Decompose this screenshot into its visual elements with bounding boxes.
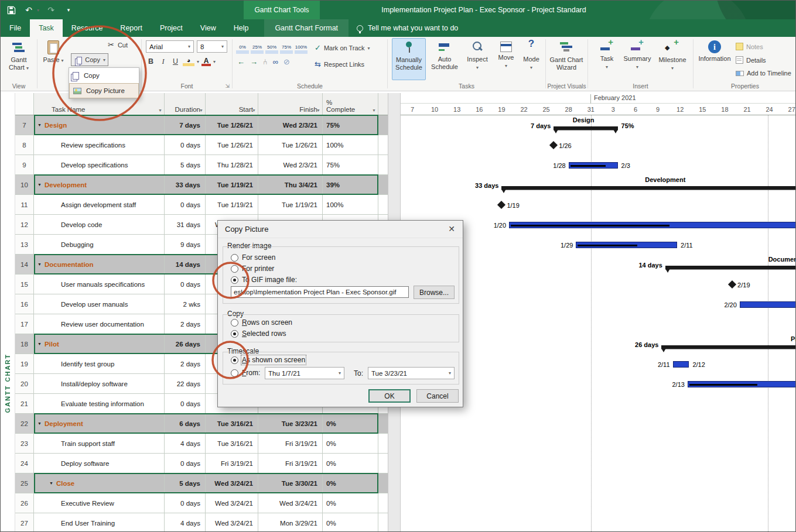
row-number-cell[interactable]: 21 — [15, 394, 34, 413]
task-name-cell[interactable]: Debugging — [34, 235, 165, 254]
empty-cell[interactable] — [378, 493, 388, 513]
empty-cell[interactable] — [378, 414, 388, 433]
empty-cell[interactable] — [378, 115, 388, 135]
radio-icon[interactable] — [231, 369, 238, 377]
finish-cell[interactable]: Wed 3/24/21 — [258, 493, 323, 513]
task-name-cell[interactable]: Evaluate testing information — [34, 394, 165, 413]
percent-complete-cell[interactable]: 39% — [323, 175, 378, 194]
empty-cell[interactable] — [378, 473, 388, 493]
task-name-cell[interactable]: Executive Review — [34, 493, 165, 513]
duration-cell[interactable]: 5 days — [165, 155, 206, 174]
collapse-triangle-icon[interactable]: ▼ — [37, 342, 42, 346]
row-number-cell[interactable]: 27 — [15, 513, 34, 532]
duration-cell[interactable]: 0 days — [165, 274, 206, 294]
percent-complete-cell[interactable]: 100% — [323, 195, 378, 214]
table-row[interactable]: 24Deploy software0 daysFri 3/19/21Fri 3/… — [15, 454, 388, 473]
radio-icon-selected[interactable] — [231, 356, 238, 364]
split-task-icon[interactable]: ⑃ — [263, 58, 268, 66]
tab-resource[interactable]: Resource — [63, 19, 112, 37]
undo-dropdown-icon[interactable]: ▾ — [37, 8, 39, 13]
customize-qat-icon[interactable]: ▾ — [63, 4, 74, 16]
radio-icon[interactable] — [231, 254, 238, 262]
radio-icon-selected[interactable] — [231, 276, 238, 284]
task-name-cell[interactable]: ▼Pilot — [34, 334, 165, 353]
table-row[interactable]: 25▼Close5 daysWed 3/24/21Tue 3/30/210% — [15, 473, 388, 493]
table-row[interactable]: 10▼Development33 daysTue 1/19/21Thu 3/4/… — [15, 175, 388, 195]
radio-as-shown-on-screen[interactable]: As shown on screen — [231, 356, 305, 364]
duration-cell[interactable]: 0 days — [165, 394, 206, 413]
insert-task-button[interactable]: Task▾ — [595, 39, 619, 71]
collapse-triangle-icon[interactable]: ▼ — [49, 481, 53, 485]
finish-cell[interactable]: Tue 3/23/21 — [258, 414, 323, 433]
row-number-cell[interactable]: 23 — [15, 434, 34, 453]
cut-button[interactable]: ✂ Cut — [108, 40, 128, 49]
duration-cell[interactable]: 0 days — [165, 493, 206, 513]
row-number-cell[interactable]: 13 — [15, 235, 34, 254]
percent-complete-button[interactable]: 75% — [280, 44, 293, 54]
table-row[interactable]: 11Assign development staff0 daysTue 1/19… — [15, 195, 388, 215]
font-size-combo[interactable]: 8▾ — [197, 40, 227, 53]
header-start[interactable]: Start▼ — [206, 93, 258, 115]
duration-cell[interactable]: 4 days — [165, 513, 206, 532]
start-cell[interactable]: Wed 3/24/21 — [206, 493, 258, 513]
font-color-dropdown-icon[interactable]: ▾ — [213, 59, 216, 64]
table-row[interactable]: 27End User Training4 daysWed 3/24/21Mon … — [15, 513, 388, 532]
font-dialog-launcher-icon[interactable]: ⇲ — [225, 83, 230, 89]
task-name-cell[interactable]: Develop code — [34, 215, 165, 234]
row-number-cell[interactable]: 10 — [15, 175, 34, 194]
gantt-task-bar[interactable] — [576, 242, 677, 248]
filter-dropdown-icon[interactable]: ▼ — [158, 108, 162, 112]
finish-cell[interactable]: Fri 3/19/21 — [258, 434, 323, 453]
background-color-dropdown-icon[interactable]: ▾ — [197, 59, 199, 64]
empty-cell[interactable] — [378, 135, 388, 155]
timescale-header[interactable]: February 2021 71013161922252831369121518… — [401, 93, 796, 115]
tab-report[interactable]: Report — [111, 19, 151, 37]
collapse-triangle-icon[interactable]: ▼ — [37, 183, 42, 187]
task-name-cell[interactable]: End User Training — [34, 513, 165, 532]
gantt-task-bar[interactable] — [673, 361, 689, 368]
gantt-summary-bar[interactable] — [665, 266, 796, 269]
notes-button[interactable]: Notes — [736, 43, 763, 50]
information-button[interactable]: i Information — [698, 39, 731, 63]
start-cell[interactable]: Wed 3/24/21 — [206, 513, 258, 532]
gantt-summary-bar[interactable] — [501, 186, 796, 190]
redo-icon[interactable]: ↷ — [45, 4, 57, 16]
row-number-cell[interactable]: 26 — [15, 493, 34, 513]
start-cell[interactable]: Tue 3/16/21 — [206, 414, 258, 433]
empty-cell[interactable] — [378, 155, 388, 174]
percent-complete-button[interactable]: 100% — [295, 44, 308, 54]
font-family-combo[interactable]: Arial▾ — [146, 40, 194, 53]
duration-cell[interactable]: 0 days — [165, 135, 206, 155]
collapse-triangle-icon[interactable]: ▼ — [37, 123, 42, 127]
percent-complete-cell[interactable]: 75% — [323, 115, 378, 135]
italic-button[interactable]: I — [158, 57, 168, 66]
row-number-cell[interactable]: 16 — [15, 294, 34, 314]
row-number-cell[interactable]: 12 — [15, 215, 34, 234]
task-name-cell[interactable]: ▼Close — [34, 473, 165, 493]
start-cell[interactable]: Fri 3/19/21 — [206, 454, 258, 473]
empty-cell[interactable] — [378, 513, 388, 532]
radio-icon[interactable] — [231, 265, 238, 273]
task-name-cell[interactable]: ▼Design — [34, 115, 165, 135]
start-cell[interactable]: Tue 1/26/21 — [206, 135, 258, 155]
corner-header-cell[interactable] — [15, 93, 34, 115]
radio-to-gif-image-file[interactable]: To GIF image file: — [231, 276, 297, 284]
milestone-diamond[interactable] — [549, 141, 558, 149]
gantt-chart-wizard-button[interactable]: Gantt ChartWizard — [549, 39, 584, 71]
row-number-cell[interactable]: 18 — [15, 334, 34, 353]
radio-for-screen[interactable]: For screen — [231, 253, 275, 262]
link-tasks-icon[interactable]: ∞ — [273, 58, 278, 66]
browse-button[interactable]: Browse... — [414, 286, 455, 299]
row-number-cell[interactable]: 14 — [15, 255, 34, 274]
gantt-task-bar[interactable] — [509, 222, 796, 228]
row-number-cell[interactable]: 11 — [15, 195, 34, 214]
finish-cell[interactable]: Thu 3/4/21 — [258, 175, 323, 194]
save-icon[interactable] — [5, 4, 17, 16]
copy-button[interactable]: Copy ▾ — [71, 53, 108, 66]
milestone-diamond[interactable] — [497, 201, 505, 209]
finish-cell[interactable]: Tue 1/19/21 — [258, 195, 323, 214]
radio-timescale-from[interactable]: From: — [231, 369, 260, 377]
table-row[interactable]: 22▼Deployment6 daysTue 3/16/21Tue 3/23/2… — [15, 414, 388, 434]
duration-cell[interactable]: 7 days — [165, 115, 206, 135]
duration-cell[interactable]: 2 days — [165, 314, 206, 334]
